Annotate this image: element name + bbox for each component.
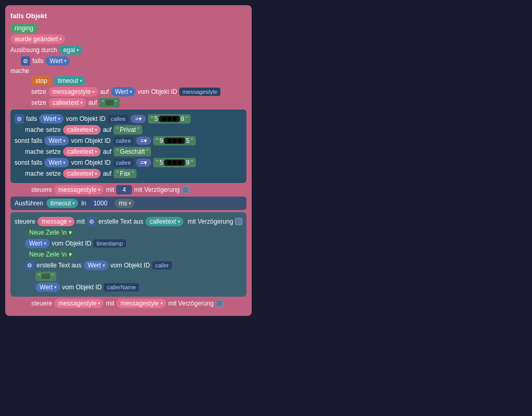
steuere-message-block: steuere message ▾ mit ⚙ erstelle Text au… [10,212,246,297]
wert-dropdown-caller[interactable]: Wert ▾ [84,261,108,270]
auf-label-4: auf [103,148,112,155]
gear-icon-2: ⚙ [15,114,24,124]
wert-callername-row: Wert ▾ vom Objekt ID callerName [35,283,242,292]
wert-dropdown-ms[interactable]: Wert ▾ [111,87,135,96]
setze-label-1: setze [31,88,46,95]
gear-icon-4: ⚙ [25,261,34,270]
auf-label-3: auf [103,126,112,133]
vom-objekt-label-5: vom Objekt ID [52,240,91,247]
neue-zeile-pill-2: Neue Zeile \n ▾ [25,250,76,259]
string-block-row: " " [35,272,242,281]
erstelle-text-aus-label-2: erstelle Text aus [36,262,82,269]
fax-string: " Fax " [114,169,137,178]
verzoegerung-checkbox-3[interactable] [216,300,223,307]
messagestyle-dropdown-1[interactable]: messagestyle ▾ [48,87,98,96]
main-container: falls Objekt ringing wurde geändert ▾ Au… [5,5,252,316]
mache-label-4: mache [25,170,44,177]
wert-dropdown[interactable]: Wert ▾ [45,56,70,66]
privat-string: " Privat " [114,125,142,134]
calleetext-dropdown-4[interactable]: calleetext ▾ [63,169,101,178]
ausloesung-label: Auslösung durch [10,46,57,54]
vom-objekt-label-3: vom Objekt ID [71,137,110,144]
falls-label-2: falls [26,115,37,123]
messagestyle-dropdown-2[interactable]: messagestyle ▾ [54,299,104,308]
string-content-2 [42,274,50,279]
mit-verzoegerung-label-2: mit Verzögerung [188,218,233,225]
message-dropdown[interactable]: message ▾ [38,217,75,226]
empty-string-block: " " [99,98,120,107]
masked-middle-2 [164,138,185,144]
ringing-pill: ringing [10,23,38,33]
masked-value-1: " 5 8 " [148,114,190,124]
string-content [105,100,114,105]
mit-verzoegerung-label-3: mit Verzögerung [168,300,214,307]
calleetext-dropdown-3[interactable]: calleetext ▾ [63,147,101,156]
mache-label-row: mache [10,67,246,75]
calleetext-dropdown-2[interactable]: calleetext ▾ [63,125,101,134]
mit-label-2: mit [77,218,85,225]
gear-icon-falls: ⚙ [21,56,30,66]
neue-zeile-pill-1: Neue Zeile \n ▾ [25,228,76,237]
dropdown-arrow: ▾ [59,36,62,42]
wert-dropdown-timestamp[interactable]: Wert ▾ [25,239,50,248]
falls-callee-row-1: ⚙ falls Wert ▾ vom Objekt ID callee = ▾ … [15,114,242,124]
calleetext-dropdown-1[interactable]: calleetext ▾ [48,98,86,107]
gear-icon-3: ⚙ [87,217,96,226]
masked-value-3: " 5 9 " [153,158,195,167]
mache-privat-row: mache setze calleetext ▾ auf " Privat " [25,125,242,134]
ausloesung-row: Auslösung durch egal ▾ [10,45,246,55]
sonst-falls-row-2: sonst falls Wert ▾ vom Objekt ID callee … [15,158,242,167]
mache-label: mache [10,67,29,75]
falls-wert-row: ⚙ falls Wert ▾ [21,56,246,66]
masked-middle-1 [159,116,180,122]
egal-dropdown[interactable]: egal ▾ [59,45,82,55]
ms-dropdown[interactable]: ms ▾ [115,199,134,208]
steuere-message-row: steuere message ▾ mit ⚙ erstelle Text au… [15,217,242,226]
number-1000[interactable]: 1000 [89,199,112,208]
messagestyle-value-dropdown[interactable]: messagestyle ▾ [116,299,166,308]
ausfuehren-label: Ausführen [15,200,43,207]
wert-dropdown-callee-1[interactable]: Wert ▾ [39,114,64,124]
number-4[interactable]: 4 [116,185,132,194]
steuere-messagestyle-row: steuere messagestyle ▾ mit 4 mit Verzöge… [31,185,246,194]
mache-fax-row: mache setze calleetext ▾ auf " Fax " [25,169,242,178]
setze-calleetext-row: setze calleetext ▾ auf " " [31,98,246,107]
setze-label-4: setze [46,148,61,155]
verzoegerung-checkbox-1[interactable] [182,186,189,193]
stop-pill: stop [31,76,52,85]
stop-timeout-row: stop timeout ▾ [31,76,246,85]
verzoegerung-checkbox-2[interactable] [235,218,242,225]
steuere-label-1: steuere [31,186,52,193]
falls-label: falls [32,57,43,65]
caller-id: caller [152,261,172,270]
auf-label-1: auf [100,88,109,95]
wurde-geandert-dropdown[interactable]: wurde geändert ▾ [10,34,65,44]
timeout-dropdown[interactable]: timeout ▾ [54,76,85,85]
geschaeft-string: " Geschäft " [114,147,151,156]
wert-dropdown-callee-3[interactable]: Wert ▾ [44,158,69,167]
calleetext-dropdown-5[interactable]: calleetext ▾ [145,217,183,226]
vom-objekt-label-7: vom Objekt ID [62,284,102,291]
wert-dropdown-callername[interactable]: Wert ▾ [35,283,60,292]
erstelle-text-aus-label: erstelle Text aus [98,218,144,225]
setze-label-3: setze [46,126,61,133]
callername-id: callerName [104,283,139,291]
timestamp-id: timestamp [93,239,126,248]
messagestyle-dropdown-steuere[interactable]: messagestyle ▾ [54,185,104,194]
steuere-messagestyle-row-2: steuere messagestyle ▾ mit messagestyle … [31,299,246,308]
ausfuehren-row: Ausführen timeout ▾ in 1000 ms ▾ [10,197,246,210]
mache-label-3: mache [25,148,44,155]
steuere-label-2: steuere [15,218,35,225]
mache-geschaeft-row: mache setze calleetext ▾ auf " Geschäft … [25,147,242,156]
mit-label-3: mit [106,300,114,307]
string-block-2: " " [35,272,56,281]
sonst-falls-row-1: sonst falls Wert ▾ vom Objekt ID callee … [15,136,242,145]
mit-label-1: mit [106,186,114,193]
wert-dropdown-callee-2[interactable]: Wert ▾ [44,136,69,145]
equals-pill-1: = ▾ [131,115,146,123]
wert-timestamp-row: Wert ▾ vom Objekt ID timestamp [25,239,242,248]
timeout-dropdown-2[interactable]: timeout ▾ [46,199,78,208]
wurde-geandert-row: wurde geändert ▾ [10,34,246,44]
sonst-falls-label-2: sonst falls [15,159,42,166]
setze-messagestyle-row: setze messagestyle ▾ auf Wert ▾ vom Obje… [31,87,246,96]
